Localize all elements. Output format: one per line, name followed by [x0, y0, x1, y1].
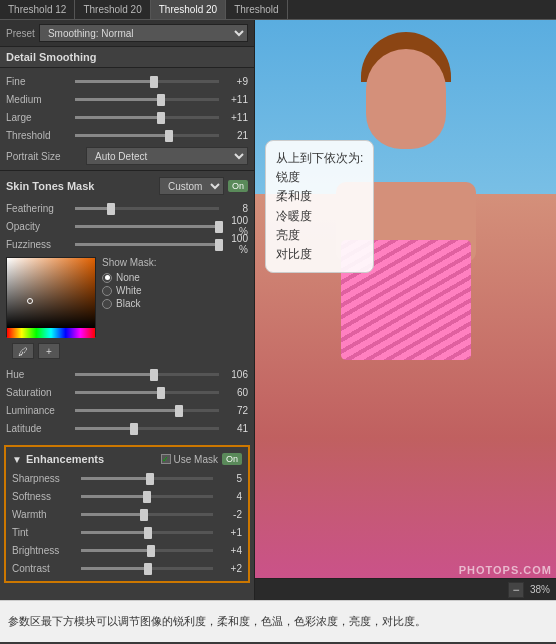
threshold-value: 21 — [223, 130, 248, 141]
feathering-value: 8 — [223, 203, 248, 214]
fuzziness-value: 100 % — [223, 233, 248, 255]
hue-track[interactable] — [75, 373, 219, 376]
warmth-track[interactable] — [81, 513, 213, 516]
eyedropper-btn-1[interactable]: 🖊 — [12, 343, 34, 359]
opacity-row: Opacity 100 % — [0, 217, 254, 235]
medium-value: +11 — [223, 94, 248, 105]
right-panel: 从上到下依次为: 锐度 柔和度 冷暖度 亮度 对比度 PHOTOPS.COM −… — [255, 20, 556, 600]
saturation-track[interactable] — [75, 391, 219, 394]
saturation-value: 60 — [223, 387, 248, 398]
radio-none[interactable]: None — [102, 272, 156, 283]
portrait-size-select[interactable]: Auto Detect — [86, 147, 248, 165]
saturation-label: Saturation — [6, 387, 71, 398]
large-track[interactable] — [75, 116, 219, 119]
large-slider-row: Large +11 — [0, 108, 254, 126]
hue-value: 106 — [223, 369, 248, 380]
detail-smoothing-header: Detail Smoothing — [0, 47, 254, 68]
medium-label: Medium — [6, 94, 71, 105]
softness-value: 4 — [217, 491, 242, 502]
skin-header-row: Skin Tones Mask Custom On — [0, 175, 254, 197]
radio-white[interactable]: White — [102, 285, 156, 296]
tooltip-line5: 亮度 — [276, 226, 363, 245]
show-mask-title: Show Mask: — [102, 257, 156, 268]
sharpness-value: 5 — [217, 473, 242, 484]
sharpness-track[interactable] — [81, 477, 213, 480]
luminance-value: 72 — [223, 405, 248, 416]
preset-row: Preset Smoothing: Normal — [0, 20, 254, 47]
eyedropper-btn-2[interactable]: + — [38, 343, 60, 359]
latitude-label: Latitude — [6, 423, 71, 434]
brightness-value: +4 — [217, 545, 242, 556]
radio-none-circle[interactable] — [102, 273, 112, 283]
tint-track[interactable] — [81, 531, 213, 534]
warmth-value: -2 — [217, 509, 242, 520]
fuzziness-track[interactable] — [75, 243, 219, 246]
tab-threshold-20-1[interactable]: Threshold 20 — [75, 0, 150, 19]
fine-slider-row: Fine +9 — [0, 72, 254, 90]
radio-white-circle[interactable] — [102, 286, 112, 296]
skin-on-badge[interactable]: On — [228, 180, 248, 192]
tab-bar: Threshold 12 Threshold 20 Threshold 20 T… — [0, 0, 556, 20]
brightness-track[interactable] — [81, 549, 213, 552]
softness-track[interactable] — [81, 495, 213, 498]
enhancements-section: ▼ Enhancements ✓ Use Mask On Sharpness 5… — [4, 445, 250, 583]
skin-mode-select[interactable]: Custom — [159, 177, 224, 195]
latitude-track[interactable] — [75, 427, 219, 430]
luminance-track[interactable] — [75, 409, 219, 412]
fine-track[interactable] — [75, 80, 219, 83]
radio-black-label: Black — [116, 298, 140, 309]
sharpness-row: Sharpness 5 — [6, 469, 248, 487]
enhance-on-badge[interactable]: On — [222, 453, 242, 465]
left-panel: Preset Smoothing: Normal Detail Smoothin… — [0, 20, 255, 600]
tint-label: Tint — [12, 527, 77, 538]
threshold-slider-row: Threshold 21 — [0, 126, 254, 144]
luminance-row: Luminance 72 — [0, 401, 254, 419]
fuzziness-label: Fuzziness — [6, 239, 71, 250]
fine-label: Fine — [6, 76, 71, 87]
warmth-label: Warmth — [12, 509, 77, 520]
use-mask-checkbox-row[interactable]: ✓ Use Mask — [161, 454, 218, 465]
tab-threshold-12[interactable]: Threshold 12 — [0, 0, 75, 19]
skin-tones-section: Skin Tones Mask Custom On Feathering 8 O… — [0, 170, 254, 441]
tooltip-line6: 对比度 — [276, 245, 363, 264]
tooltip-box: 从上到下依次为: 锐度 柔和度 冷暖度 亮度 对比度 — [265, 140, 374, 273]
color-picker[interactable] — [6, 257, 96, 337]
medium-slider-row: Medium +11 — [0, 90, 254, 108]
latitude-value: 41 — [223, 423, 248, 434]
luminance-label: Luminance — [6, 405, 71, 416]
contrast-row: Contrast +2 — [6, 559, 248, 577]
preset-select[interactable]: Smoothing: Normal — [39, 24, 248, 42]
preset-label: Preset — [6, 28, 35, 39]
latitude-row: Latitude 41 — [0, 419, 254, 437]
bottom-text: 参数区最下方模块可以调节图像的锐利度，柔和度，色温，色彩浓度，亮度，对比度。 — [0, 600, 556, 642]
portrait-size-row: Portrait Size Auto Detect — [0, 146, 254, 166]
tooltip-line1: 从上到下依次为: — [276, 149, 363, 168]
brightness-row: Brightness +4 — [6, 541, 248, 559]
portrait-size-label: Portrait Size — [6, 151, 86, 162]
eyedropper-row: 🖊 + — [6, 341, 96, 361]
zoom-minus-btn[interactable]: − — [508, 582, 524, 598]
show-mask-area: Show Mask: None White Black — [102, 257, 156, 361]
tint-value: +1 — [217, 527, 242, 538]
feathering-row: Feathering 8 — [0, 199, 254, 217]
contrast-track[interactable] — [81, 567, 213, 570]
use-mask-label: Use Mask — [174, 454, 218, 465]
tab-threshold[interactable]: Threshold — [226, 0, 287, 19]
watermark: PHOTOPS.COM — [459, 564, 552, 576]
tab-threshold-20-2[interactable]: Threshold 20 — [151, 0, 226, 19]
face-shape — [366, 49, 446, 149]
medium-track[interactable] — [75, 98, 219, 101]
fuzziness-row: Fuzziness 100 % — [0, 235, 254, 253]
fine-value: +9 — [223, 76, 248, 87]
threshold-track[interactable] — [75, 134, 219, 137]
radio-black-circle[interactable] — [102, 299, 112, 309]
opacity-track[interactable] — [75, 225, 219, 228]
radio-white-label: White — [116, 285, 142, 296]
tooltip-line3: 柔和度 — [276, 187, 363, 206]
zoom-value: 38% — [530, 584, 550, 595]
use-mask-checkbox[interactable]: ✓ — [161, 454, 171, 464]
detail-smoothing-section: Fine +9 Medium +11 Large — [0, 68, 254, 170]
radio-black[interactable]: Black — [102, 298, 156, 309]
feathering-track[interactable] — [75, 207, 219, 210]
image-bottom-bar: − 38% — [255, 578, 556, 600]
